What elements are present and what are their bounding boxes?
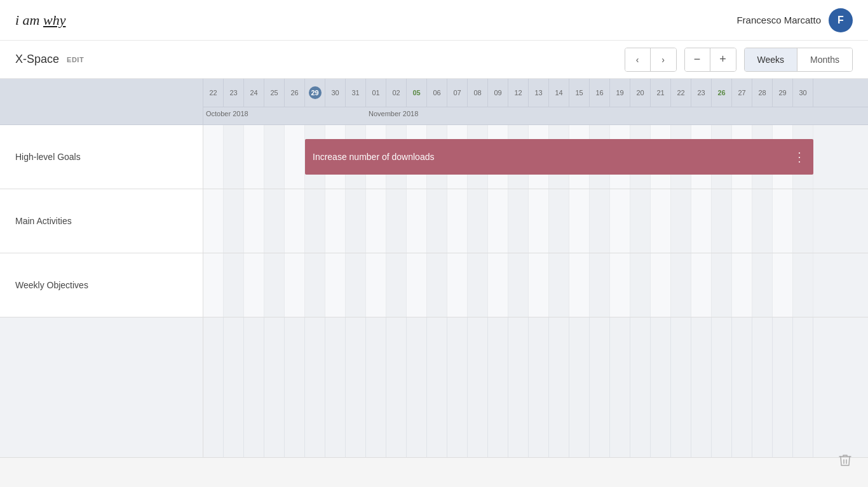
bottom-cell-14 (488, 317, 508, 457)
grid-cell-18 (569, 189, 590, 253)
objectives-cells (203, 253, 868, 317)
grid-cell-22 (651, 253, 671, 317)
grid-cell-28 (773, 253, 793, 317)
grid-cell-4 (285, 189, 305, 253)
toolbar-left: X-Space EDIT (15, 53, 84, 66)
date-col-18: 15 (569, 79, 590, 107)
grid-cell-23 (671, 253, 691, 317)
grid-cell-4 (285, 125, 305, 189)
date-col-28: 29 (773, 79, 793, 107)
date-col-26: 27 (732, 79, 752, 107)
page-title: X-Space (15, 53, 59, 66)
bottom-cell-20 (610, 317, 630, 457)
zoom-plus-button[interactable]: + (710, 48, 736, 71)
grid-cell-29 (793, 253, 813, 317)
grid-cell-20 (610, 189, 630, 253)
grid-cell-3 (264, 189, 285, 253)
grid-cell-8 (366, 253, 386, 317)
date-col-12: 07 (447, 79, 468, 107)
grid-cell-22 (651, 189, 671, 253)
grid-cell-3 (264, 125, 285, 189)
bottom-cell-22 (651, 317, 671, 457)
header-right: Francesco Marcatto F (736, 8, 853, 32)
edit-button[interactable]: EDIT (67, 56, 84, 63)
activities-cells (203, 189, 868, 253)
grid-cell-0 (203, 189, 224, 253)
nav-next-button[interactable]: › (651, 48, 676, 71)
bottom-cell-27 (752, 317, 773, 457)
grid-cell-6 (325, 189, 346, 253)
grid-cell-1 (224, 253, 244, 317)
grid-cell-14 (488, 189, 508, 253)
date-col-22: 21 (651, 79, 671, 107)
event-menu-dots[interactable]: ⋮ (793, 149, 806, 164)
zoom-button-group: − + (684, 48, 736, 72)
grid-cell-25 (712, 189, 732, 253)
date-col-10: 05 (407, 79, 427, 107)
trash-icon-container[interactable] (837, 453, 853, 458)
october-label: October 2018 (203, 107, 366, 119)
weeks-view-button[interactable]: Weeks (745, 48, 798, 71)
avatar[interactable]: F (829, 8, 853, 32)
weekly-objectives-row: Weekly Objectives (0, 253, 868, 317)
date-col-29: 30 (793, 79, 813, 107)
date-col-15: 12 (508, 79, 529, 107)
goals-cells: Increase number of downloads⋮ (203, 125, 868, 189)
grid-cell-0 (203, 253, 224, 317)
grid-cell-16 (529, 189, 549, 253)
grid-cell-12 (447, 253, 468, 317)
bottom-cell-29 (793, 317, 813, 457)
grid-cell-28 (773, 189, 793, 253)
grid-cell-2 (244, 125, 264, 189)
bottom-cell-16 (529, 317, 549, 457)
trash-icon (837, 453, 853, 458)
november-label: November 2018 (366, 107, 868, 119)
date-col-27: 28 (752, 79, 773, 107)
grid-cell-21 (630, 253, 651, 317)
date-col-21: 20 (630, 79, 651, 107)
high-level-goals-row: High-level Goals Increase number of down… (0, 125, 868, 189)
months-view-button[interactable]: Months (797, 48, 852, 71)
grid-cell-6 (325, 253, 346, 317)
date-col-4: 26 (285, 79, 305, 107)
grid-cell-1 (224, 125, 244, 189)
bottom-cell-9 (386, 317, 407, 457)
grid-cell-7 (346, 253, 366, 317)
date-col-7: 31 (346, 79, 366, 107)
grid-cell-3 (264, 253, 285, 317)
date-col-9: 02 (386, 79, 407, 107)
bottom-cell-6 (325, 317, 346, 457)
date-col-1: 23 (224, 79, 244, 107)
gantt-bottom-row (0, 317, 868, 458)
toolbar-right: ‹ › − + Weeks Months (625, 48, 853, 72)
bottom-cell-3 (264, 317, 285, 457)
bottom-cell-24 (691, 317, 712, 457)
date-col-13: 08 (468, 79, 488, 107)
bottom-cell-23 (671, 317, 691, 457)
event-bar[interactable]: Increase number of downloads⋮ (305, 139, 813, 175)
date-col-16: 13 (529, 79, 549, 107)
toolbar: X-Space EDIT ‹ › − + Weeks Months (0, 41, 868, 79)
grid-cell-14 (488, 253, 508, 317)
bottom-cell-19 (590, 317, 610, 457)
bottom-cell-21 (630, 317, 651, 457)
grid-cell-26 (732, 189, 752, 253)
nav-prev-button[interactable]: ‹ (625, 48, 651, 71)
bottom-cell-26 (732, 317, 752, 457)
logo-prefix: i am (15, 12, 43, 28)
grid-cell-5 (305, 189, 325, 253)
grid-cell-9 (386, 189, 407, 253)
grid-cell-20 (610, 253, 630, 317)
grid-cell-0 (203, 125, 224, 189)
grid-cell-8 (366, 189, 386, 253)
bottom-cell-17 (549, 317, 569, 457)
grid-cell-15 (508, 189, 529, 253)
zoom-minus-button[interactable]: − (685, 48, 710, 71)
bottom-cell-15 (508, 317, 529, 457)
bottom-cell-2 (244, 317, 264, 457)
grid-cell-9 (386, 253, 407, 317)
gantt-bottom-label (0, 317, 203, 457)
date-col-3: 25 (264, 79, 285, 107)
event-title: Increase number of downloads (313, 152, 434, 162)
grid-cell-16 (529, 253, 549, 317)
